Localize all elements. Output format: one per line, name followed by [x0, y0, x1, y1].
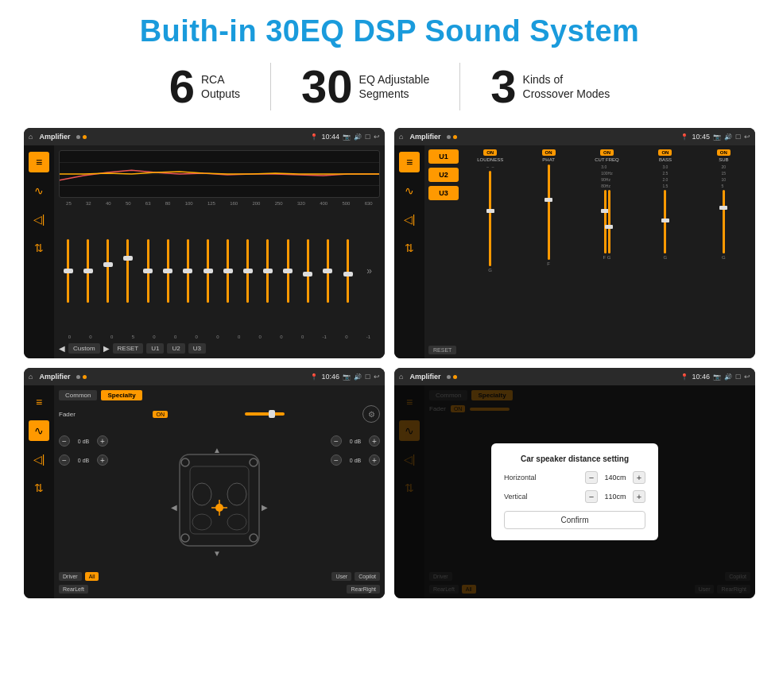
eq-sidebar-icon[interactable]: ≡: [29, 152, 49, 172]
eq-sidebar-icon-3[interactable]: ≡: [29, 392, 49, 412]
rearleft-btn[interactable]: RearLeft: [59, 585, 88, 594]
box-icon-2: ☐: [735, 133, 741, 141]
eq-u3-btn[interactable]: U3: [188, 343, 206, 354]
eq-slider-12[interactable]: [307, 239, 309, 303]
screen2-content: ≡ ∿ ◁| ⇅ U1 U2 U3 RESET ON: [394, 145, 755, 358]
vertical-row: Vertical − 110cm +: [504, 490, 645, 503]
vertical-control: − 110cm +: [585, 490, 645, 503]
svg-point-14: [181, 534, 189, 542]
rr-plus-btn[interactable]: +: [369, 454, 380, 466]
topbar-1: ⌂ Amplifier 📍 10:44 📷 🔊 ☐ ↩: [24, 128, 385, 145]
eq-more-icon: »: [366, 265, 372, 277]
loudness-on-badge: ON: [483, 149, 497, 156]
phat-label: PHAT: [542, 157, 555, 162]
confirm-button[interactable]: Confirm: [504, 511, 645, 529]
lf-minus-btn[interactable]: −: [59, 435, 70, 447]
lr-minus-btn[interactable]: −: [59, 454, 70, 466]
svg-point-6: [227, 483, 246, 505]
pin-icon-1: 📍: [310, 133, 318, 141]
arrows-sidebar-icon-2[interactable]: ⇅: [399, 238, 420, 258]
wave-sidebar-icon-2[interactable]: ∿: [399, 180, 420, 201]
rearright-btn[interactable]: RearRight: [347, 585, 380, 594]
stat-label-eq: EQ AdjustableSegments: [359, 72, 430, 101]
u2-button[interactable]: U2: [428, 168, 459, 182]
rf-minus-btn[interactable]: −: [331, 435, 342, 447]
eq-custom-btn[interactable]: Custom: [68, 343, 100, 354]
eq-u1-btn[interactable]: U1: [146, 343, 164, 354]
horizontal-label: Horizontal: [504, 474, 537, 481]
tab-specialty[interactable]: Specialty: [101, 390, 141, 400]
eq-u2-btn[interactable]: U2: [167, 343, 184, 354]
eq-slider-10[interactable]: [266, 239, 269, 303]
wave-sidebar-icon[interactable]: ∿: [29, 180, 49, 201]
lf-plus-btn[interactable]: +: [97, 435, 108, 447]
right-rear-vol: − 0 dB +: [331, 454, 380, 466]
home-icon-1: ⌂: [29, 133, 33, 141]
eq-prev-icon[interactable]: ◀: [59, 344, 65, 353]
driver-btn[interactable]: Driver: [59, 572, 82, 581]
vertical-plus-btn[interactable]: +: [633, 490, 645, 503]
eq-slider-1[interactable]: [87, 239, 89, 303]
home-icon-3: ⌂: [29, 373, 33, 381]
crossover-main-area: U1 U2 U3 RESET ON LOUDNESS ~~: [424, 145, 755, 358]
eq-slider-6[interactable]: [187, 239, 189, 303]
rr-minus-btn[interactable]: −: [331, 454, 342, 466]
eq-slider-0[interactable]: [67, 239, 69, 303]
topbar-right-2: 📍 10:45 📷 🔊 ☐ ↩: [680, 133, 750, 141]
eq-values-row: 000500000000-10-1: [59, 335, 380, 339]
topbar-title-1: Amplifier: [39, 133, 70, 141]
lr-plus-btn[interactable]: +: [97, 454, 108, 466]
eq-slider-7[interactable]: [207, 239, 209, 303]
rf-plus-btn[interactable]: +: [369, 435, 380, 447]
user-btn[interactable]: User: [331, 572, 351, 581]
wave-sidebar-icon-3[interactable]: ∿: [29, 420, 49, 441]
eq-slider-4[interactable]: [147, 239, 149, 303]
vertical-minus-btn[interactable]: −: [585, 490, 598, 503]
topbar-dots-2: [447, 135, 457, 139]
eq-play-icon[interactable]: ▶: [103, 344, 110, 353]
eq-slider-2[interactable]: [107, 239, 109, 303]
topbar-4: ⌂ Amplifier 📍 10:46 📷 🔊 ☐ ↩: [394, 368, 755, 385]
return-icon-1: ↩: [374, 133, 380, 141]
pin-icon-4: 📍: [680, 373, 688, 381]
cutfreq-label: CUT FREQ: [595, 157, 619, 162]
horizontal-plus-btn[interactable]: +: [633, 471, 645, 484]
eq-reset-btn[interactable]: RESET: [113, 343, 144, 354]
dialog-overlay: Car speaker distance setting Horizontal …: [394, 385, 755, 598]
fader-settings-icon[interactable]: ⚙: [362, 405, 380, 423]
vol-sidebar-icon-3[interactable]: ◁|: [29, 449, 49, 470]
eq-slider-9[interactable]: [246, 239, 249, 303]
rf-vol-value: 0 dB: [344, 439, 366, 444]
page-title: Buith-in 30EQ DSP Sound System: [24, 14, 755, 48]
left-rear-vol: − 0 dB +: [59, 454, 108, 466]
all-btn[interactable]: All: [85, 572, 99, 581]
topbar-right-3: 📍 10:46 📷 🔊 ☐ ↩: [310, 373, 380, 381]
eq-slider-3[interactable]: [126, 239, 129, 303]
volume-icon-2: 🔊: [724, 133, 732, 141]
eq-slider-11[interactable]: [287, 239, 289, 303]
svg-text:▼: ▼: [213, 549, 221, 558]
copilot-btn[interactable]: Copilot: [355, 572, 380, 581]
vol-sidebar-icon-2[interactable]: ◁|: [399, 209, 420, 230]
stat-label-rca: RCAOutputs: [201, 72, 240, 101]
eq-slider-5[interactable]: [167, 239, 169, 303]
eq-slider-14[interactable]: [347, 239, 349, 303]
stat-eq: 30 EQ AdjustableSegments: [271, 64, 459, 110]
screen3-content: ≡ ∿ ◁| ⇅ Common Specialty Fader ON: [24, 385, 385, 598]
arrows-sidebar-icon[interactable]: ⇅: [29, 238, 49, 258]
page-container: Buith-in 30EQ DSP Sound System 6 RCAOutp…: [0, 0, 779, 606]
horizontal-minus-btn[interactable]: −: [585, 471, 598, 484]
topbar-dots-3: [76, 375, 87, 379]
stat-number-eq: 30: [301, 64, 353, 110]
eq-sidebar-icon-2[interactable]: ≡: [399, 152, 420, 172]
tab-common[interactable]: Common: [59, 390, 97, 400]
eq-slider-8[interactable]: [227, 239, 229, 303]
u3-button[interactable]: U3: [428, 186, 459, 200]
arrows-sidebar-icon-3[interactable]: ⇅: [29, 478, 49, 498]
topbar-time-1: 10:44: [321, 133, 339, 141]
crossover-reset-btn[interactable]: RESET: [428, 346, 456, 354]
vol-sidebar-icon[interactable]: ◁|: [29, 209, 49, 230]
u1-button[interactable]: U1: [428, 149, 459, 164]
svg-point-15: [250, 534, 258, 542]
eq-slider-13[interactable]: [327, 239, 329, 303]
